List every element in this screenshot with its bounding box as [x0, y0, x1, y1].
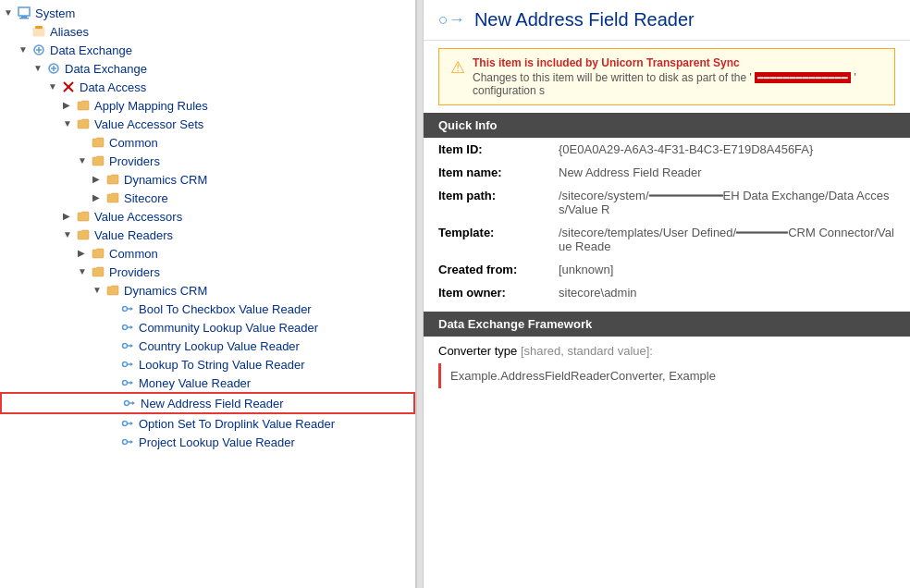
tree-label-sitecore1: Sitecore [124, 191, 168, 205]
svg-point-31 [123, 422, 128, 426]
page-title: New Address Field Reader [474, 9, 695, 31]
tree-label-common2: Common [109, 247, 158, 261]
svg-point-22 [123, 362, 128, 367]
tree-item-providers2[interactable]: Providers [0, 263, 415, 281]
panel-divider[interactable] [416, 0, 424, 588]
tree-arrow-valueaccessors [63, 211, 74, 222]
tree-icon-common1 [91, 135, 105, 150]
tree-item-dataexchange-child[interactable]: Data Exchange [0, 59, 415, 78]
tree-label-providers2: Providers [109, 265, 160, 279]
tree-arrow-sitecore1 [92, 192, 104, 203]
tree-arrow-providers1 [78, 155, 89, 166]
tree-arrow-dataexchange-child [33, 63, 44, 74]
quick-info-header: Quick Info [424, 113, 910, 138]
tree-item-valuereaders[interactable]: Value Readers [0, 226, 415, 244]
quick-info-table: Item ID:{0E0A0A29-A6A3-4F31-B4C3-E719D8A… [424, 138, 910, 304]
tree-item-common1[interactable]: Common [0, 133, 415, 152]
tree-item-aliases[interactable]: Aliases [0, 22, 415, 41]
tree-icon-aliases [31, 24, 46, 39]
info-row-1: Item name:New Address Field Reader [424, 161, 910, 184]
tree-item-providers1[interactable]: Providers [0, 152, 415, 170]
tree-label-valuereaders: Value Readers [94, 228, 173, 242]
tree-label-new-address: New Address Field Reader [141, 397, 284, 410]
tree-icon-dataexchange-child [46, 61, 61, 76]
svg-marker-33 [130, 422, 133, 425]
tree-item-new-address[interactable]: New Address Field Reader [0, 392, 415, 414]
tree-label-valueaccessors: Value Accessors [94, 210, 182, 224]
tree-label-lookup-string: Lookup To String Value Reader [139, 358, 304, 372]
tree-item-sitecore1[interactable]: Sitecore [0, 189, 415, 207]
info-label-4: Created from: [424, 258, 544, 281]
tree-label-providers1: Providers [109, 154, 160, 168]
tree-icon-lookup-string [120, 357, 135, 372]
info-value-3: /sitecore/templates/User Defined/━━━━━━━… [544, 221, 910, 258]
svg-point-19 [123, 344, 128, 349]
tree-icon-project-lookup [120, 435, 135, 449]
tree-label-option-set: Option Set To Droplink Value Reader [139, 417, 335, 431]
tree-item-community-lookup[interactable]: Community Lookup Value Reader [0, 318, 415, 337]
tree-label-dataaccess: Data Access [80, 80, 146, 94]
tree-item-money-value[interactable]: Money Value Reader [0, 374, 415, 392]
tree-arrow-applymapping [63, 100, 74, 111]
tree-item-country-lookup[interactable]: Country Lookup Value Reader [0, 337, 415, 355]
svg-rect-3 [33, 28, 44, 36]
tree-arrow-dynamicscrm2 [92, 285, 104, 296]
tree-label-applymapping: Apply Mapping Rules [94, 99, 208, 113]
tree-label-dynamicscrm1: Dynamics CRM [124, 173, 207, 187]
framework-section: Converter type [shared, standard value]:… [424, 337, 910, 396]
tree-item-system[interactable]: System [0, 4, 415, 22]
tree-arrow-providers2 [78, 266, 89, 277]
page-title-icon: ○→ [438, 10, 465, 30]
tree-label-valueaccessorsets: Value Accessor Sets [94, 117, 203, 131]
tree-label-system: System [35, 6, 75, 20]
tree-item-dataexchange-root[interactable]: Data Exchange [0, 41, 415, 59]
converter-shared-label: [shared, standard value]: [521, 344, 653, 358]
info-row-5: Item owner:sitecore\admin [424, 281, 910, 304]
tree-icon-valueaccessorsets [76, 116, 91, 131]
tree-item-option-set[interactable]: Option Set To Droplink Value Reader [0, 414, 415, 433]
tree-item-bool-checkbox[interactable]: Bool To Checkbox Value Reader [0, 300, 415, 318]
tree-icon-sitecore1 [105, 190, 120, 205]
tree-label-common1: Common [109, 136, 158, 150]
svg-rect-2 [19, 18, 29, 19]
tree-label-dataexchange-child: Data Exchange [65, 62, 147, 76]
info-row-0: Item ID:{0E0A0A29-A6A3-4F31-B4C3-E719D8A… [424, 138, 910, 161]
tree-item-valueaccessors[interactable]: Value Accessors [0, 207, 415, 226]
svg-rect-1 [21, 16, 27, 18]
svg-marker-27 [130, 381, 133, 385]
tree-arrow-valueaccessorsets [63, 118, 74, 129]
svg-marker-18 [130, 325, 133, 329]
tree-icon-valueaccessors [76, 209, 91, 224]
tree-item-lookup-string[interactable]: Lookup To String Value Reader [0, 355, 415, 374]
converter-value: Example.AddressFieldReaderConverter, Exa… [438, 363, 895, 388]
tree-item-dataaccess[interactable]: Data Access [0, 78, 415, 96]
tree-icon-dynamicscrm2 [105, 283, 120, 298]
tree-icon-applymapping [76, 98, 91, 113]
tree-item-valueaccessorsets[interactable]: Value Accessor Sets [0, 115, 415, 133]
tree-arrow-dynamicscrm1 [92, 174, 104, 185]
info-value-4: [unknown] [544, 258, 910, 281]
info-row-2: Item path:/sitecore/system/━━━━━━━━━━EH … [424, 184, 910, 221]
warning-main-text: This item is included by Unicorn Transpa… [473, 56, 883, 69]
info-label-5: Item owner: [424, 281, 544, 304]
page-title-area: ○→ New Address Field Reader [424, 0, 910, 41]
tree-label-aliases: Aliases [50, 25, 89, 39]
info-row-3: Template:/sitecore/templates/User Define… [424, 221, 910, 258]
tree-icon-providers2 [91, 264, 105, 279]
tree-icon-valuereaders [76, 227, 91, 242]
info-label-2: Item path: [424, 184, 544, 221]
tree-item-applymapping[interactable]: Apply Mapping Rules [0, 96, 415, 115]
tree-item-project-lookup[interactable]: Project Lookup Value Reader [0, 433, 415, 451]
converter-label: Converter type [shared, standard value]: [438, 344, 895, 358]
tree-icon-system [17, 6, 31, 20]
info-value-2: /sitecore/system/━━━━━━━━━━EH Data Excha… [544, 184, 910, 221]
tree-item-common2[interactable]: Common [0, 244, 415, 263]
info-value-0: {0E0A0A29-A6A3-4F31-B4C3-E719D8A456FA} [544, 138, 910, 161]
tree-icon-dataaccess [61, 80, 76, 94]
tree-item-dynamicscrm2[interactable]: Dynamics CRM [0, 281, 415, 300]
tree-icon-option-set [120, 416, 135, 431]
tree-label-dataexchange-root: Data Exchange [50, 43, 132, 57]
svg-marker-30 [132, 401, 135, 405]
tree-item-dynamicscrm1[interactable]: Dynamics CRM [0, 170, 415, 189]
tree-label-bool-checkbox: Bool To Checkbox Value Reader [139, 302, 312, 316]
